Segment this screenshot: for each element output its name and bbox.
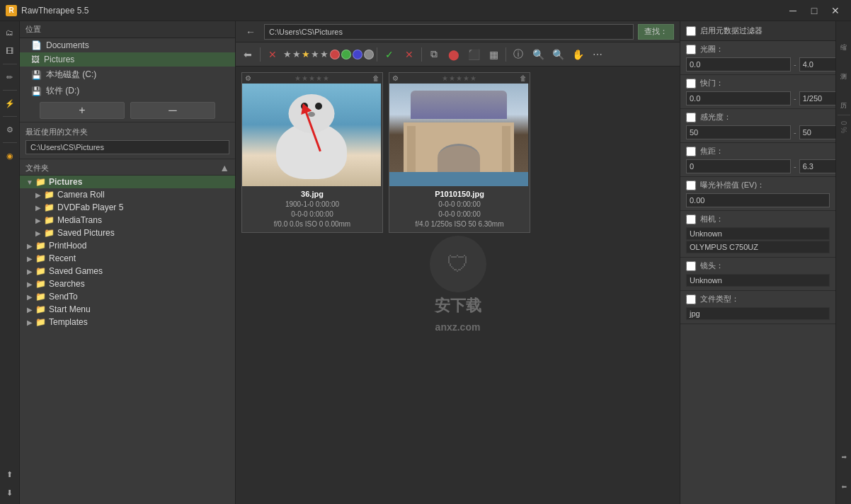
ev-value[interactable]: [686, 193, 830, 207]
tree-item-printhood[interactable]: ▶ 📁 PrintHood: [20, 239, 235, 252]
reject-button[interactable]: ✕: [400, 45, 418, 64]
aperture-checkbox[interactable]: [686, 45, 696, 55]
add-location-button[interactable]: +: [40, 102, 125, 119]
iso-max[interactable]: [799, 125, 835, 139]
iso-checkbox[interactable]: [686, 113, 696, 122]
back-button[interactable]: ←: [241, 23, 260, 41]
drive-c[interactable]: 💾 本地磁盘 (C:): [20, 67, 235, 83]
minimize-button[interactable]: ─: [783, 3, 803, 18]
select-all-button[interactable]: ✕: [263, 45, 282, 64]
tstar1-3[interactable]: ★: [309, 74, 315, 82]
aperture-min[interactable]: [686, 57, 791, 71]
filmstrip-btn[interactable]: 🎞: [1, 42, 18, 59]
tree-item-dvdfab[interactable]: ▶ 📁 DVDFab Player 5: [20, 201, 235, 214]
lens-label: 镜头：: [700, 260, 724, 271]
rt-export-btn[interactable]: ⬆: [838, 443, 850, 471]
color-wheel-btn[interactable]: ◉: [1, 147, 18, 164]
filebrowser-btn[interactable]: 🗂: [1, 24, 18, 41]
info-button[interactable]: ⓘ: [509, 45, 527, 64]
thumbnail-p1010150[interactable]: ⚙ ★ ★ ★ ★ ★ 🗑: [389, 72, 530, 233]
rt-history-btn[interactable]: 历: [838, 84, 850, 112]
tree-item-searches[interactable]: ▶ 📁 Searches: [20, 277, 235, 290]
rt-settings-btn[interactable]: ⬇: [838, 473, 850, 501]
zoom-out-button[interactable]: 🔍: [529, 45, 547, 64]
star-3[interactable]: ★: [302, 49, 310, 59]
tstar2-1[interactable]: ★: [442, 74, 448, 82]
remove-location-button[interactable]: ─: [130, 102, 215, 119]
rt-measure-btn[interactable]: 测: [838, 54, 850, 82]
zoom-in-button[interactable]: 🔍: [549, 45, 567, 64]
camera-item-unknown[interactable]: Unknown: [686, 227, 830, 240]
lens-checkbox[interactable]: [686, 261, 696, 271]
location-documents[interactable]: 📄 Documents: [20, 38, 235, 52]
star-1[interactable]: ★: [283, 49, 292, 59]
drive-d[interactable]: 💾 软件 (D:): [20, 83, 235, 99]
lens-item-unknown[interactable]: Unknown: [686, 274, 830, 287]
filetype-item-jpg[interactable]: jpg: [686, 307, 830, 320]
tstar2-2[interactable]: ★: [449, 74, 455, 82]
color-blue[interactable]: [353, 50, 362, 59]
tree-item-camera-roll[interactable]: ▶ 📁 Camera Roll: [20, 188, 235, 201]
filetree-collapse-btn[interactable]: ▲: [219, 162, 229, 173]
shutter-min[interactable]: [686, 91, 791, 105]
recent-folder-dropdown[interactable]: C:\Users\CS\Pictures: [25, 140, 229, 154]
ev-checkbox[interactable]: [686, 181, 696, 190]
camera-checkbox[interactable]: [686, 214, 696, 224]
tstar2-3[interactable]: ★: [456, 74, 462, 82]
filetype-checkbox[interactable]: [686, 294, 696, 304]
thumb-delete-icon-2[interactable]: 🗑: [520, 74, 527, 82]
tree-item-start-menu[interactable]: ▶ 📁 Start Menu: [20, 303, 235, 316]
bottom-btn1[interactable]: ⬆: [1, 466, 18, 483]
color-red[interactable]: [330, 50, 340, 59]
tree-item-saved-pictures[interactable]: ▶ 📁 Saved Pictures: [20, 227, 235, 239]
tstar2-5[interactable]: ★: [470, 74, 476, 82]
aperture-max[interactable]: [799, 57, 835, 71]
copy-button[interactable]: ⧉: [425, 45, 443, 64]
more-button[interactable]: ⋯: [588, 45, 607, 64]
maximize-button[interactable]: □: [804, 3, 824, 18]
tstar1-1[interactable]: ★: [295, 74, 301, 82]
stop-button[interactable]: ⬛: [464, 45, 483, 64]
tree-item-sendto[interactable]: ▶ 📁 SendTo: [20, 290, 235, 303]
tstar1-2[interactable]: ★: [302, 74, 308, 82]
tree-item-pictures[interactable]: ▼ 📁 Pictures: [20, 176, 235, 188]
shutter-max[interactable]: [799, 91, 835, 105]
tree-item-mediatrans[interactable]: ▶ 📁 MediaTrans: [20, 214, 235, 227]
back-nav-button[interactable]: ⬅: [239, 45, 257, 64]
thumb-delete-icon-1[interactable]: 🗑: [372, 74, 379, 82]
check-button[interactable]: ✓: [380, 45, 399, 64]
tstar1-4[interactable]: ★: [316, 74, 322, 82]
bottom-btn2[interactable]: ⬇: [1, 484, 18, 501]
path-input[interactable]: [264, 24, 634, 40]
shutter-checkbox[interactable]: [686, 79, 696, 88]
star-5[interactable]: ★: [320, 49, 329, 59]
tree-item-templates[interactable]: ▶ 📁 Templates: [20, 316, 235, 328]
tree-item-recent[interactable]: ▶ 📁 Recent: [20, 252, 235, 265]
enable-filter-checkbox[interactable]: [686, 26, 696, 36]
focal-max[interactable]: [799, 159, 835, 173]
right-filter-panel: 启用元数据过滤器 光圈： - 快门： -: [680, 21, 835, 504]
iso-min[interactable]: [686, 125, 791, 139]
settings-btn[interactable]: ⚙: [1, 121, 18, 138]
location-pictures[interactable]: 🖼 Pictures: [20, 52, 235, 67]
batch-btn[interactable]: ⚡: [1, 95, 18, 112]
process-button[interactable]: ⬤: [445, 45, 463, 64]
color-green[interactable]: [341, 50, 351, 59]
pan-button[interactable]: ✋: [569, 45, 587, 64]
tree-item-saved-games[interactable]: ▶ 📁 Saved Games: [20, 265, 235, 277]
focal-checkbox[interactable]: [686, 147, 696, 156]
tstar2-4[interactable]: ★: [463, 74, 469, 82]
search-button[interactable]: 查找：: [638, 24, 674, 40]
star-2[interactable]: ★: [292, 49, 301, 59]
focal-min[interactable]: [686, 159, 791, 173]
location-documents-label: Documents: [46, 40, 89, 50]
color-gray[interactable]: [364, 50, 374, 59]
close-button[interactable]: ✕: [826, 3, 845, 18]
layout-button[interactable]: ▦: [484, 45, 503, 64]
rt-thumbnail-btn[interactable]: 缩: [838, 24, 850, 52]
thumbnail-36[interactable]: ⚙ ★ ★ ★ ★ ★ 🗑: [241, 72, 383, 233]
edit-btn[interactable]: ✏: [1, 69, 18, 86]
camera-item-olympus[interactable]: OLYMPUS C750UZ: [686, 241, 830, 253]
tstar1-5[interactable]: ★: [323, 74, 329, 82]
star-4[interactable]: ★: [311, 49, 319, 59]
